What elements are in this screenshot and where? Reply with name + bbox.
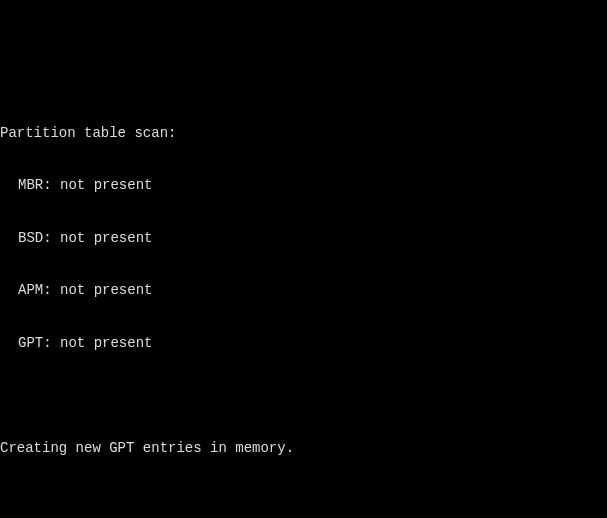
scan-label: APM (18, 282, 43, 298)
scan-label: GPT (18, 335, 43, 351)
scan-row: BSD: not present (0, 230, 607, 248)
blank-line (0, 492, 607, 510)
scan-row: MBR: not present (0, 177, 607, 195)
scan-label: BSD (18, 230, 43, 246)
scan-header: Partition table scan: (0, 125, 607, 143)
terminal-output[interactable]: Partition table scan: MBR: not present B… (0, 70, 607, 518)
scan-row: GPT: not present (0, 335, 607, 353)
scan-status: not present (60, 177, 152, 193)
scan-status: not present (60, 335, 152, 351)
blank-line (0, 387, 607, 405)
scan-row: APM: not present (0, 282, 607, 300)
scan-label: MBR (18, 177, 43, 193)
scan-status: not present (60, 282, 152, 298)
creating-msg: Creating new GPT entries in memory. (0, 440, 607, 458)
scan-status: not present (60, 230, 152, 246)
